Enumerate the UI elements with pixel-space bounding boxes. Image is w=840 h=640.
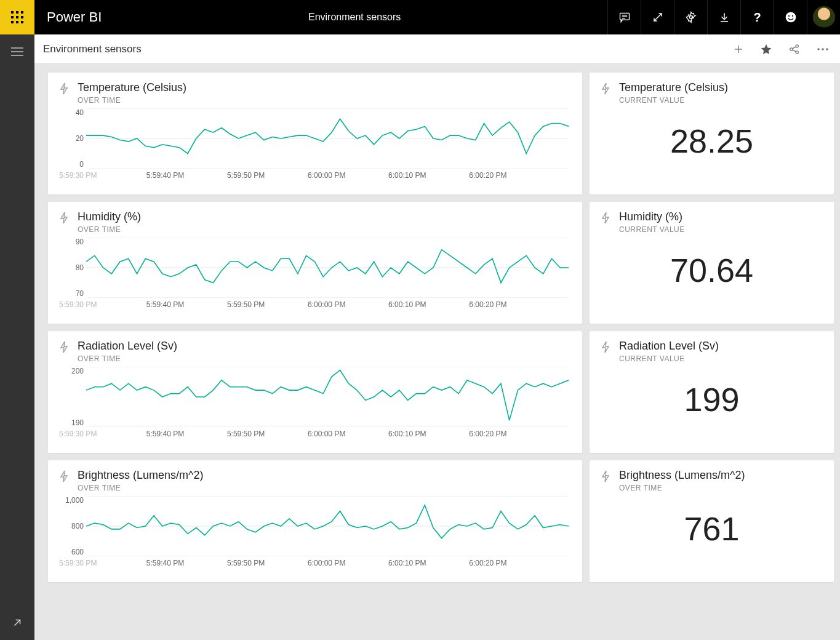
- svg-line-27: [793, 49, 796, 51]
- tile-humidity-value[interactable]: Humidity (%) CURRENT VALUE 70.64: [590, 202, 834, 324]
- tile-subtitle: OVER TIME: [78, 225, 141, 234]
- more-button[interactable]: [817, 47, 829, 51]
- share-icon: [788, 43, 801, 55]
- user-avatar[interactable]: [807, 0, 840, 34]
- dashboard: Temperature (Celsius) OVER TIME 40200 5:…: [34, 64, 840, 640]
- star-icon: [760, 43, 772, 55]
- chart-humidity: 908070 5:59:30 PM5:59:40 PM5:59:50 PM6:0…: [59, 238, 571, 311]
- chart-brightness: 1,000800600 5:59:30 PM5:59:40 PM5:59:50 …: [59, 496, 571, 570]
- left-rail: [0, 34, 34, 640]
- tile-subtitle: OVER TIME: [78, 354, 177, 363]
- share-button[interactable]: [788, 43, 801, 55]
- chart-radiation: 200190 5:59:30 PM5:59:40 PM5:59:50 PM6:0…: [59, 367, 571, 441]
- download-button[interactable]: [707, 0, 740, 34]
- tile-title: Temperature (Celsius): [78, 81, 186, 94]
- gear-icon: [685, 11, 697, 23]
- add-button[interactable]: [733, 44, 744, 55]
- svg-rect-6: [11, 21, 14, 23]
- top-bar: Power BI Environment sensors ?: [0, 0, 840, 34]
- expand-icon: [652, 12, 663, 23]
- comments-icon: [618, 11, 631, 23]
- tile-title: Humidity (%): [78, 210, 141, 223]
- tile-temperature-value[interactable]: Temperature (Celsius) CURRENT VALUE 28.2…: [590, 73, 834, 194]
- svg-line-26: [793, 46, 796, 48]
- chart-temperature: 40200 5:59:30 PM5:59:40 PM5:59:50 PM6:00…: [59, 108, 571, 182]
- popout-button[interactable]: [0, 606, 34, 640]
- tile-temperature-chart[interactable]: Temperature (Celsius) OVER TIME 40200 5:…: [48, 73, 582, 194]
- arrow-up-right-icon: [12, 617, 23, 628]
- svg-rect-1: [16, 11, 18, 14]
- app-launcher-button[interactable]: [0, 0, 34, 34]
- svg-rect-4: [16, 16, 18, 18]
- tile-humidity-chart[interactable]: Humidity (%) OVER TIME 908070 5:59:30 PM…: [48, 202, 582, 324]
- tile-subtitle: CURRENT VALUE: [619, 225, 685, 234]
- help-button[interactable]: ?: [740, 0, 774, 34]
- tile-title: Brightness (Lumens/m^2): [619, 469, 745, 482]
- tile-title: Humidity (%): [619, 210, 685, 223]
- lightning-icon: [601, 470, 610, 485]
- lightning-icon: [601, 341, 610, 356]
- tile-title: Radiation Level (Sv): [619, 340, 719, 353]
- comments-button[interactable]: [607, 0, 641, 34]
- smile-icon: [785, 11, 797, 23]
- download-icon: [719, 12, 730, 23]
- svg-rect-3: [11, 16, 14, 18]
- waffle-icon: [11, 11, 23, 23]
- svg-point-15: [785, 12, 796, 23]
- nav-toggle-button[interactable]: [0, 34, 34, 69]
- svg-rect-8: [21, 21, 23, 23]
- lightning-icon: [601, 82, 610, 97]
- tile-subtitle: OVER TIME: [78, 484, 204, 492]
- current-value-brightness: 761: [601, 510, 823, 548]
- tile-title: Brightness (Lumens/m^2): [78, 469, 204, 482]
- tile-subtitle: CURRENT VALUE: [619, 354, 719, 363]
- hamburger-icon: [11, 47, 23, 56]
- plus-icon: [733, 44, 744, 55]
- svg-point-28: [817, 48, 820, 50]
- svg-rect-5: [21, 16, 23, 18]
- svg-point-17: [791, 15, 793, 17]
- avatar-image: [813, 6, 835, 28]
- settings-button[interactable]: [674, 0, 707, 34]
- tile-brightness-value[interactable]: Brightness (Lumens/m^2) OVER TIME 761: [590, 460, 834, 582]
- tile-radiation-chart[interactable]: Radiation Level (Sv) OVER TIME 200190 5:…: [48, 331, 582, 453]
- help-icon: ?: [753, 10, 761, 25]
- brand-label: Power BI: [34, 9, 102, 25]
- tile-title: Radiation Level (Sv): [78, 340, 177, 353]
- lightning-icon: [59, 470, 69, 485]
- tile-subtitle: OVER TIME: [619, 484, 745, 492]
- svg-rect-2: [21, 11, 23, 14]
- tile-brightness-chart[interactable]: Brightness (Lumens/m^2) OVER TIME 1,0008…: [48, 460, 582, 582]
- tile-subtitle: CURRENT VALUE: [619, 96, 728, 105]
- current-value-humidity: 70.64: [601, 251, 823, 289]
- lightning-icon: [59, 212, 69, 226]
- svg-point-16: [788, 15, 790, 17]
- fullscreen-button[interactable]: [641, 0, 674, 34]
- favorite-button[interactable]: [760, 43, 772, 55]
- svg-point-30: [826, 48, 828, 50]
- ellipsis-icon: [817, 47, 829, 51]
- document-title: Environment sensors: [102, 12, 607, 23]
- tile-subtitle: OVER TIME: [78, 96, 186, 105]
- lightning-icon: [601, 212, 610, 226]
- lightning-icon: [59, 341, 69, 356]
- svg-rect-0: [11, 11, 14, 14]
- subheader: Environment sensors: [34, 34, 840, 64]
- lightning-icon: [59, 82, 69, 97]
- current-value-temperature: 28.25: [601, 122, 823, 160]
- current-value-radiation: 199: [601, 380, 823, 418]
- tile-title: Temperature (Celsius): [619, 81, 728, 94]
- tile-radiation-value[interactable]: Radiation Level (Sv) CURRENT VALUE 199: [590, 331, 834, 453]
- feedback-button[interactable]: [774, 0, 807, 34]
- svg-rect-7: [16, 21, 18, 23]
- svg-point-29: [822, 48, 824, 50]
- page-actions: [733, 43, 829, 55]
- top-actions: ?: [607, 0, 840, 34]
- page-title: Environment sensors: [43, 43, 142, 55]
